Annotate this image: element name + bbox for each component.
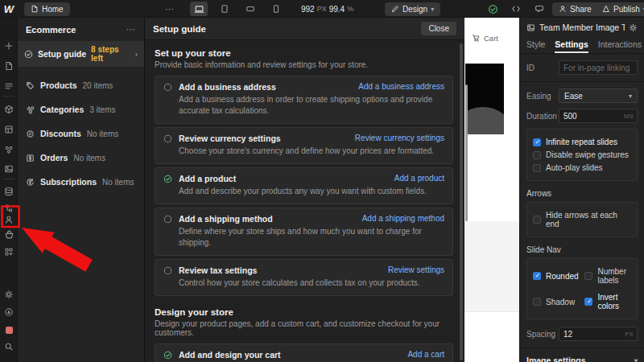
discounts-icon (26, 130, 35, 138)
tab-style[interactable]: Style (526, 37, 545, 53)
checkbox-disable-swipe[interactable]: Disable swipe gestures (533, 150, 631, 159)
sidebar-item-categories[interactable]: Categories 3 items (18, 97, 144, 121)
hero-image[interactable] (465, 64, 504, 134)
design-mode-button[interactable]: Design ▾ (385, 2, 440, 16)
sidebar-item-subscriptions[interactable]: Subscriptions No items (18, 170, 144, 194)
step-action-link[interactable]: Add a cart (407, 350, 444, 359)
webflow-logo-icon[interactable]: W (0, 0, 18, 18)
left-toolbar-rail (0, 18, 18, 362)
checkbox-rounded[interactable]: Rounded (533, 267, 581, 285)
audit-check-icon[interactable] (485, 4, 501, 14)
checkbox-box[interactable] (533, 138, 541, 146)
search-icon[interactable] (0, 339, 18, 355)
step-action-link[interactable]: Add a business address (358, 82, 444, 91)
components-icon[interactable] (0, 101, 18, 117)
step-title: Review tax settings (179, 265, 382, 275)
page-section[interactable] (464, 221, 519, 311)
section-set-up-your-store: Set up your store Provide basic informat… (155, 48, 453, 296)
ecommerce-more-menu[interactable]: ⋯ (126, 24, 136, 35)
tab-settings[interactable]: Settings (555, 37, 588, 53)
top-toolbar: W Home ⋯ 992 PX 99.4 % Design ▾ (0, 0, 644, 18)
status-red-icon[interactable] (0, 322, 18, 338)
sidebar-item-discounts[interactable]: Discounts No items (18, 121, 144, 146)
checkbox-hide-arrows[interactable]: Hide arrows at each end (533, 211, 631, 228)
checkbox-box[interactable] (584, 272, 592, 280)
checkbox-shadow[interactable]: Shadow (533, 293, 581, 311)
users-icon[interactable] (0, 212, 18, 228)
checkbox-box[interactable] (533, 272, 541, 280)
checkbox-box[interactable] (533, 164, 541, 172)
checkbox-number-labels[interactable]: Number labels (584, 267, 631, 285)
canvas-scrollbar[interactable] (465, 84, 468, 221)
add-elements-icon[interactable] (0, 38, 18, 54)
sidebar-item-setup-guide[interactable]: Setup guide 8 steps left › (18, 41, 144, 67)
navigator-icon[interactable] (0, 78, 18, 94)
steps-left-badge: 8 steps left (91, 45, 130, 63)
checkbox-autoplay[interactable]: Auto-play slides (533, 163, 631, 172)
chevron-down-icon[interactable]: ▾ (634, 357, 638, 362)
step-status-icon[interactable] (163, 175, 172, 183)
setup-card-shipping: Add a shipping method Add a shipping met… (155, 208, 453, 256)
ecommerce-icon[interactable] (0, 226, 18, 242)
variables-icon[interactable] (0, 142, 18, 158)
step-status-icon[interactable] (163, 266, 172, 275)
setup-guide-panel: Setup guide Close Set up your store Prov… (145, 18, 464, 362)
canvas-preview[interactable]: Cart (464, 18, 519, 362)
step-action-link[interactable]: Review settings (388, 265, 444, 274)
checkbox-invert-colors[interactable]: Invert colors (584, 293, 631, 311)
breakpoint-mobile-icon[interactable] (267, 2, 285, 16)
comments-icon[interactable] (531, 4, 547, 14)
cart-link[interactable]: Cart (472, 34, 498, 43)
step-action-link[interactable]: Add a shipping method (362, 214, 444, 223)
id-input[interactable] (559, 60, 638, 75)
categories-count: 3 items (89, 105, 115, 114)
step-description: Add a business address in order to creat… (179, 94, 444, 117)
home-button[interactable]: Home (24, 2, 70, 16)
close-button[interactable]: Close (421, 22, 456, 35)
sidebar-item-orders[interactable]: Orders No items (18, 146, 144, 170)
pages-icon[interactable] (0, 58, 18, 74)
section-subtitle: Provide basic information and review set… (155, 60, 453, 69)
code-export-icon[interactable] (508, 4, 524, 14)
step-action-link[interactable]: Review currency settings (355, 134, 444, 142)
sidebar-item-products[interactable]: Products 20 items (18, 73, 144, 97)
arrows-section-label: Arrows (526, 189, 638, 198)
slider-options-group: Infinite repeat slides Disable swipe ges… (526, 129, 638, 181)
plugins-icon[interactable] (0, 304, 18, 320)
tab-interactions[interactable]: Interactions (598, 37, 642, 53)
breakpoint-desktop-icon[interactable] (190, 2, 208, 16)
step-description: Choose your store's currency and define … (179, 146, 444, 157)
breakpoint-landscape-icon[interactable] (242, 2, 259, 16)
share-button[interactable]: Share (552, 2, 598, 16)
orders-label: Orders (40, 153, 68, 162)
apps-icon[interactable] (0, 244, 18, 260)
checkbox-box[interactable] (533, 216, 541, 224)
setup-card-design-cart: Add and design your cart Add a cart Plac… (155, 343, 453, 362)
publish-button[interactable]: Publish ▾ (596, 2, 644, 16)
checkbox-box[interactable] (533, 298, 541, 306)
checkbox-infinite-repeat[interactable]: Infinite repeat slides (533, 138, 631, 146)
subscriptions-count: No items (102, 178, 134, 187)
zoom-value[interactable]: 99.4 (329, 5, 345, 14)
checkbox-box[interactable] (533, 151, 541, 159)
step-status-icon[interactable] (163, 134, 172, 143)
slide-nav-section-label: Slide Nav (526, 245, 638, 254)
cms-icon[interactable] (0, 183, 18, 200)
layouts-icon[interactable] (0, 121, 18, 138)
duration-label: Duration (526, 112, 559, 121)
step-action-link[interactable]: Add a product (394, 174, 444, 183)
element-settings-gear-icon[interactable] (629, 23, 638, 32)
setup-guide-scrollbar[interactable] (460, 43, 463, 360)
checkbox-box[interactable] (584, 298, 592, 306)
step-status-icon[interactable] (163, 215, 172, 224)
step-status-icon[interactable] (163, 351, 172, 360)
assets-icon[interactable] (0, 161, 18, 177)
page-footer[interactable] (464, 311, 519, 362)
video-tutorials-icon[interactable] (0, 357, 18, 362)
checkbox-label: Disable swipe gestures (546, 150, 629, 159)
settings-gear-icon[interactable] (0, 286, 18, 302)
toolbar-more-menu[interactable]: ⋯ (165, 0, 175, 18)
step-status-icon[interactable] (163, 83, 172, 92)
easing-select[interactable]: Ease ▾ (559, 88, 638, 103)
breakpoint-tablet-icon[interactable] (216, 2, 233, 16)
